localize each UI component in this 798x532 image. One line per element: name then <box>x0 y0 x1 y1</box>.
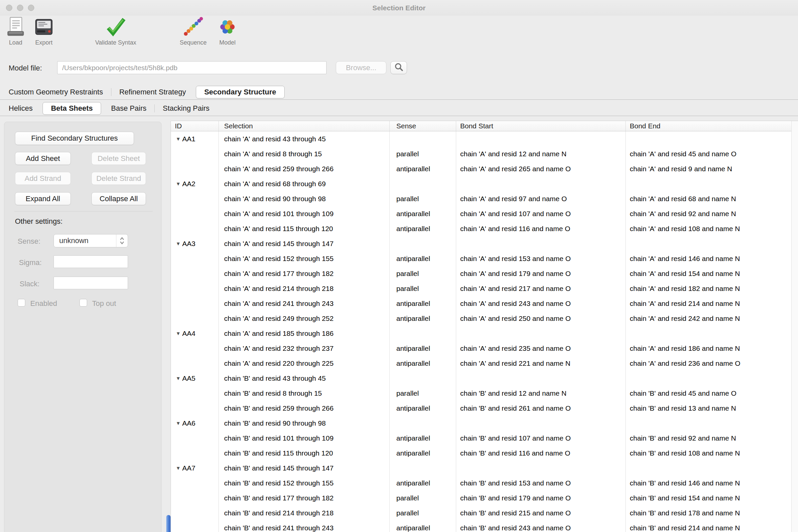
sense-cell[interactable]: antiparallel <box>390 356 456 371</box>
toolbar-model-button[interactable]: Model <box>217 16 238 46</box>
disclosure-triangle-icon[interactable]: ▼ <box>174 181 182 187</box>
selection-cell[interactable]: chain 'A' and resid 249 through 252 <box>219 311 390 326</box>
sense-cell[interactable]: parallel <box>390 266 456 281</box>
blue-scrollbar-thumb[interactable] <box>166 515 171 532</box>
selection-cell[interactable]: chain 'A' and resid 68 through 69 <box>219 176 390 191</box>
disclosure-triangle-icon[interactable]: ▼ <box>174 375 182 381</box>
bond-start-cell[interactable]: chain 'A' and resid 12 and name N <box>456 146 626 161</box>
tab-refinement-strategy[interactable]: Refinement Strategy <box>111 85 194 99</box>
selection-cell[interactable]: chain 'A' and resid 232 through 237 <box>219 341 390 356</box>
table-row[interactable]: ▼ chain 'A' and resid 8 through 15 paral… <box>171 146 798 161</box>
toolbar-export-button[interactable]: Export <box>34 16 54 46</box>
selection-cell[interactable]: chain 'A' and resid 259 through 266 <box>219 161 390 176</box>
selection-cell[interactable]: chain 'A' and resid 115 through 120 <box>219 221 390 236</box>
zoom-window-button[interactable] <box>28 5 34 11</box>
sense-cell[interactable]: antiparallel <box>390 341 456 356</box>
bond-end-cell[interactable]: chain 'A' and resid 9 and name N <box>626 161 798 176</box>
table-row[interactable]: ▼ chain 'A' and resid 214 through 218 pa… <box>171 281 798 296</box>
selection-cell[interactable]: chain 'B' and resid 152 through 155 <box>219 475 390 491</box>
bond-end-cell[interactable]: chain 'A' and resid 182 and name N <box>626 281 798 296</box>
table-row[interactable]: ▼ chain 'A' and resid 152 through 155 an… <box>171 251 798 266</box>
table-row[interactable]: ▼ chain 'A' and resid 177 through 182 pa… <box>171 266 798 281</box>
bond-start-cell[interactable]: chain 'A' and resid 97 and name O <box>456 191 626 206</box>
close-window-button[interactable] <box>6 5 12 11</box>
selection-cell[interactable]: chain 'A' and resid 8 through 15 <box>219 146 390 161</box>
table-row[interactable]: ▼ AA7 chain 'B' and resid 145 through 14… <box>171 460 798 475</box>
bond-start-cell[interactable]: chain 'B' and resid 12 and name N <box>456 386 626 401</box>
bond-start-cell[interactable] <box>456 460 626 475</box>
bond-end-cell[interactable]: chain 'B' and resid 92 and name N <box>626 431 798 445</box>
selection-cell[interactable]: chain 'A' and resid 214 through 218 <box>219 281 390 296</box>
bond-end-cell[interactable]: chain 'A' and resid 242 and name N <box>626 311 798 326</box>
selection-cell[interactable]: chain 'B' and resid 177 through 182 <box>219 491 390 506</box>
tab-stacking-pairs[interactable]: Stacking Pairs <box>155 101 217 116</box>
bond-start-cell[interactable]: chain 'A' and resid 265 and name O <box>456 161 626 176</box>
search-button[interactable] <box>391 61 407 74</box>
selection-cell[interactable]: chain 'B' and resid 145 through 147 <box>219 460 390 475</box>
table-row[interactable]: ▼ AA4 chain 'A' and resid 185 through 18… <box>171 326 798 341</box>
bond-start-cell[interactable] <box>456 131 626 146</box>
sense-cell[interactable] <box>390 326 456 341</box>
bond-start-cell[interactable]: chain 'B' and resid 261 and name O <box>456 401 626 416</box>
column-header-id[interactable]: ID <box>171 121 219 131</box>
add-sheet-button[interactable]: Add Sheet <box>15 152 71 165</box>
bond-end-cell[interactable] <box>626 326 798 341</box>
column-header-sense[interactable]: Sense <box>390 121 456 131</box>
bond-start-cell[interactable]: chain 'B' and resid 153 and name O <box>456 475 626 491</box>
column-header-selection[interactable]: Selection <box>219 121 390 131</box>
bond-end-cell[interactable]: chain 'B' and resid 214 and name N <box>626 520 798 532</box>
column-header-bond-end[interactable]: Bond End <box>626 121 798 131</box>
bond-end-cell[interactable] <box>626 131 798 146</box>
bond-start-cell[interactable]: chain 'A' and resid 179 and name O <box>456 266 626 281</box>
selection-cell[interactable]: chain 'A' and resid 185 through 186 <box>219 326 390 341</box>
sense-cell[interactable]: parallel <box>390 506 456 520</box>
bond-end-cell[interactable]: chain 'A' and resid 68 and name N <box>626 191 798 206</box>
bond-end-cell[interactable]: chain 'A' and resid 154 and name N <box>626 266 798 281</box>
selection-cell[interactable]: chain 'A' and resid 152 through 155 <box>219 251 390 266</box>
bond-end-cell[interactable]: chain 'B' and resid 13 and name N <box>626 401 798 416</box>
table-row[interactable]: ▼ chain 'B' and resid 152 through 155 an… <box>171 475 798 491</box>
sense-cell[interactable]: antiparallel <box>390 221 456 236</box>
bond-start-cell[interactable]: chain 'A' and resid 235 and name O <box>456 341 626 356</box>
selection-cell[interactable]: chain 'A' and resid 101 through 109 <box>219 206 390 221</box>
find-secondary-structures-button[interactable]: Find Secondary Structures <box>15 132 134 145</box>
bond-end-cell[interactable]: chain 'A' and resid 146 and name N <box>626 251 798 266</box>
selection-cell[interactable]: chain 'B' and resid 259 through 266 <box>219 401 390 416</box>
bond-end-cell[interactable] <box>626 460 798 475</box>
vertical-scrollbar[interactable] <box>791 121 798 532</box>
sense-cell[interactable]: antiparallel <box>390 475 456 491</box>
bond-start-cell[interactable]: chain 'B' and resid 243 and name O <box>456 520 626 532</box>
expand-all-button[interactable]: Expand All <box>15 192 71 205</box>
selection-cell[interactable]: chain 'B' and resid 90 through 98 <box>219 416 390 431</box>
tab-beta-sheets[interactable]: Beta Sheets <box>42 102 101 115</box>
table-row[interactable]: ▼ AA3 chain 'A' and resid 145 through 14… <box>171 236 798 251</box>
table-row[interactable]: ▼ chain 'B' and resid 101 through 109 an… <box>171 431 798 445</box>
bond-end-cell[interactable] <box>626 176 798 191</box>
bond-start-cell[interactable]: chain 'A' and resid 221 and name N <box>456 356 626 371</box>
bond-start-cell[interactable]: chain 'B' and resid 179 and name O <box>456 491 626 506</box>
selection-cell[interactable]: chain 'B' and resid 101 through 109 <box>219 431 390 445</box>
toolbar-validate-syntax-button[interactable]: Validate Syntax <box>95 16 136 46</box>
bond-start-cell[interactable]: chain 'A' and resid 153 and name O <box>456 251 626 266</box>
disclosure-triangle-icon[interactable]: ▼ <box>174 420 182 426</box>
selection-cell[interactable]: chain 'B' and resid 241 through 243 <box>219 520 390 532</box>
selection-cell[interactable]: chain 'A' and resid 90 through 98 <box>219 191 390 206</box>
table-row[interactable]: ▼ chain 'B' and resid 259 through 266 an… <box>171 401 798 416</box>
sense-cell[interactable]: antiparallel <box>390 401 456 416</box>
table-row[interactable]: ▼ AA6 chain 'B' and resid 90 through 98 <box>171 416 798 431</box>
sense-cell[interactable]: antiparallel <box>390 251 456 266</box>
sense-cell[interactable]: parallel <box>390 491 456 506</box>
sense-cell[interactable]: antiparallel <box>390 311 456 326</box>
bond-end-cell[interactable] <box>626 236 798 251</box>
selection-cell[interactable]: chain 'A' and resid 241 through 243 <box>219 296 390 311</box>
sense-cell[interactable] <box>390 460 456 475</box>
sense-cell[interactable] <box>390 416 456 431</box>
table-row[interactable]: ▼ chain 'A' and resid 249 through 252 an… <box>171 311 798 326</box>
sense-cell[interactable]: antiparallel <box>390 445 456 460</box>
bond-start-cell[interactable] <box>456 176 626 191</box>
table-row[interactable]: ▼ chain 'B' and resid 241 through 243 an… <box>171 520 798 532</box>
sense-cell[interactable] <box>390 176 456 191</box>
selection-cell[interactable]: chain 'B' and resid 115 through 120 <box>219 445 390 460</box>
sense-cell[interactable]: parallel <box>390 191 456 206</box>
table-row[interactable]: ▼ chain 'A' and resid 259 through 266 an… <box>171 161 798 176</box>
